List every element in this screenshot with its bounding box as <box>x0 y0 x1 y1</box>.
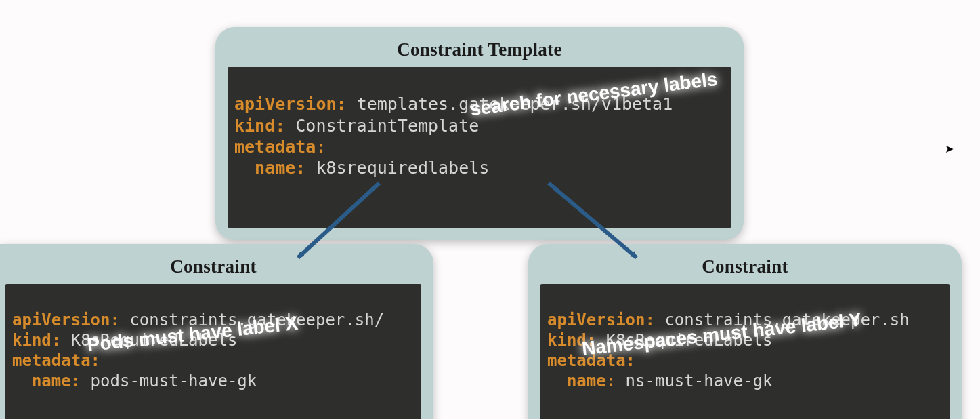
yaml-value: templates.gatekeeper.sh/v1beta1 <box>347 94 673 114</box>
yaml-key: name: <box>12 372 81 391</box>
yaml-value: k8srequiredlabels <box>305 158 489 178</box>
yaml-value: constraints.gatekeeper.sh <box>655 311 910 330</box>
yaml-key: kind: <box>547 331 596 350</box>
yaml-value: ConstraintTemplate <box>285 116 479 136</box>
yaml-key: kind: <box>12 331 61 350</box>
yaml-key: apiVersion: <box>547 311 655 330</box>
code-block-template: apiVersion: templates.gatekeeper.sh/v1be… <box>228 67 731 228</box>
card-constraint-right: Constraint apiVersion: constraints.gatek… <box>528 244 962 419</box>
yaml-key: apiVersion: <box>234 94 347 114</box>
yaml-value: pods-must-have-gk <box>81 372 257 391</box>
yaml-value: K8sRequiredLabels <box>596 331 772 350</box>
card-constraint-template: Constraint Template apiVersion: template… <box>215 27 744 240</box>
card-title-template: Constraint Template <box>228 39 731 60</box>
code-block-constraint-left: apiVersion: constraints.gatekeeper.sh/ k… <box>5 284 421 419</box>
card-title-constraint-left: Constraint <box>5 256 421 277</box>
yaml-key: apiVersion: <box>12 311 120 330</box>
yaml-key: metadata: <box>234 137 326 157</box>
yaml-key: metadata: <box>547 351 635 370</box>
yaml-key: kind: <box>234 116 285 136</box>
cursor-icon: ➤ <box>945 142 954 155</box>
card-constraint-left: Constraint apiVersion: constraints.gatek… <box>0 244 433 419</box>
yaml-key: name: <box>234 158 305 178</box>
code-block-constraint-right: apiVersion: constraints.gatekeeper.sh ki… <box>540 284 950 419</box>
card-title-constraint-right: Constraint <box>540 256 950 277</box>
yaml-key: name: <box>547 372 616 391</box>
yaml-value: constraints.gatekeeper.sh/ <box>120 311 384 330</box>
yaml-value: K8sRequiredLabels <box>61 331 237 350</box>
yaml-value: ns-must-have-gk <box>616 372 772 391</box>
yaml-key: metadata: <box>12 351 100 370</box>
